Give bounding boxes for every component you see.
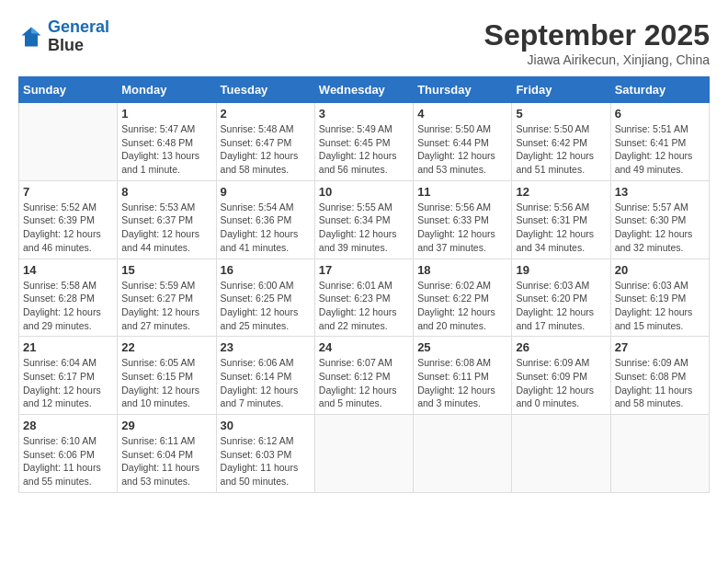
calendar-cell: 12 Sunrise: 5:56 AMSunset: 6:31 PMDaylig…	[512, 180, 610, 259]
day-number: 19	[516, 263, 606, 277]
weekday-header: Friday	[512, 77, 610, 103]
calendar-cell: 13 Sunrise: 5:57 AMSunset: 6:30 PMDaylig…	[610, 180, 709, 259]
logo-icon	[18, 24, 44, 50]
day-info: Sunrise: 5:51 AMSunset: 6:41 PMDaylight:…	[615, 122, 705, 177]
weekday-header: Monday	[118, 77, 216, 103]
day-info: Sunrise: 6:09 AMSunset: 6:09 PMDaylight:…	[516, 356, 606, 410]
day-number: 30	[221, 419, 311, 432]
day-number: 17	[319, 263, 409, 277]
logo-line2: Blue	[48, 37, 109, 55]
day-info: Sunrise: 5:55 AMSunset: 6:34 PMDaylight:…	[319, 201, 409, 255]
day-info: Sunrise: 5:56 AMSunset: 6:33 PMDaylight:…	[417, 201, 507, 255]
weekday-header: Tuesday	[216, 77, 314, 103]
day-number: 24	[319, 340, 409, 354]
day-number: 23	[221, 340, 311, 354]
day-number: 28	[23, 419, 113, 432]
day-number: 4	[417, 107, 507, 121]
calendar-cell: 1 Sunrise: 5:47 AMSunset: 6:48 PMDayligh…	[118, 103, 216, 181]
calendar-cell: 5 Sunrise: 5:50 AMSunset: 6:42 PMDayligh…	[512, 103, 610, 181]
calendar-cell: 24 Sunrise: 6:07 AMSunset: 6:12 PMDaylig…	[314, 337, 413, 415]
day-info: Sunrise: 6:03 AMSunset: 6:19 PMDaylight:…	[615, 279, 705, 333]
calendar-cell: 23 Sunrise: 6:06 AMSunset: 6:14 PMDaylig…	[216, 337, 314, 415]
day-number: 5	[516, 107, 606, 121]
calendar-week-row: 28 Sunrise: 6:10 AMSunset: 6:06 PMDaylig…	[19, 415, 710, 493]
day-info: Sunrise: 5:59 AMSunset: 6:27 PMDaylight:…	[121, 279, 211, 333]
day-info: Sunrise: 6:01 AMSunset: 6:23 PMDaylight:…	[319, 279, 409, 333]
calendar-week-row: 14 Sunrise: 5:58 AMSunset: 6:28 PMDaylig…	[19, 259, 710, 337]
calendar-cell: 16 Sunrise: 6:00 AMSunset: 6:25 PMDaylig…	[216, 259, 314, 337]
day-info: Sunrise: 5:50 AMSunset: 6:42 PMDaylight:…	[516, 122, 606, 177]
day-info: Sunrise: 6:11 AMSunset: 6:04 PMDaylight:…	[121, 434, 211, 488]
day-number: 25	[417, 340, 507, 354]
calendar-cell: 20 Sunrise: 6:03 AMSunset: 6:19 PMDaylig…	[610, 259, 709, 337]
calendar-cell: 26 Sunrise: 6:09 AMSunset: 6:09 PMDaylig…	[512, 337, 610, 415]
day-number: 1	[121, 107, 211, 121]
day-info: Sunrise: 5:52 AMSunset: 6:39 PMDaylight:…	[23, 201, 113, 255]
day-number: 3	[319, 107, 409, 121]
day-info: Sunrise: 6:00 AMSunset: 6:25 PMDaylight:…	[221, 279, 311, 333]
calendar-cell: 30 Sunrise: 6:12 AMSunset: 6:03 PMDaylig…	[216, 415, 314, 493]
day-info: Sunrise: 6:04 AMSunset: 6:17 PMDaylight:…	[23, 356, 113, 410]
day-info: Sunrise: 5:56 AMSunset: 6:31 PMDaylight:…	[516, 201, 606, 255]
day-number: 12	[516, 185, 606, 199]
day-info: Sunrise: 6:03 AMSunset: 6:20 PMDaylight:…	[516, 279, 606, 333]
day-number: 27	[615, 340, 705, 354]
calendar-cell: 19 Sunrise: 6:03 AMSunset: 6:20 PMDaylig…	[512, 259, 610, 337]
calendar-cell	[414, 415, 512, 493]
calendar-cell: 14 Sunrise: 5:58 AMSunset: 6:28 PMDaylig…	[19, 259, 118, 337]
calendar-cell: 4 Sunrise: 5:50 AMSunset: 6:44 PMDayligh…	[414, 103, 512, 181]
calendar-cell: 8 Sunrise: 5:53 AMSunset: 6:37 PMDayligh…	[118, 180, 216, 259]
day-number: 20	[615, 263, 705, 277]
day-info: Sunrise: 6:12 AMSunset: 6:03 PMDaylight:…	[221, 434, 311, 488]
calendar-cell	[19, 103, 118, 181]
calendar-cell: 18 Sunrise: 6:02 AMSunset: 6:22 PMDaylig…	[414, 259, 512, 337]
day-number: 29	[121, 419, 211, 432]
calendar-cell	[314, 415, 413, 493]
calendar-week-row: 21 Sunrise: 6:04 AMSunset: 6:17 PMDaylig…	[19, 337, 710, 415]
day-info: Sunrise: 5:47 AMSunset: 6:48 PMDaylight:…	[121, 122, 211, 177]
day-number: 6	[615, 107, 705, 121]
title-block: September 2025 Jiawa Airikecun, Xinjiang…	[484, 18, 710, 67]
day-number: 22	[121, 340, 211, 354]
calendar-week-row: 7 Sunrise: 5:52 AMSunset: 6:39 PMDayligh…	[19, 180, 710, 259]
calendar-cell: 17 Sunrise: 6:01 AMSunset: 6:23 PMDaylig…	[314, 259, 413, 337]
day-info: Sunrise: 5:53 AMSunset: 6:37 PMDaylight:…	[121, 201, 211, 255]
day-info: Sunrise: 6:09 AMSunset: 6:08 PMDaylight:…	[615, 356, 705, 410]
weekday-header: Thursday	[414, 77, 512, 103]
day-number: 18	[417, 263, 507, 277]
calendar-cell: 22 Sunrise: 6:05 AMSunset: 6:15 PMDaylig…	[118, 337, 216, 415]
day-number: 2	[221, 107, 311, 121]
calendar-cell	[610, 415, 709, 493]
calendar-cell: 15 Sunrise: 5:59 AMSunset: 6:27 PMDaylig…	[118, 259, 216, 337]
day-info: Sunrise: 6:07 AMSunset: 6:12 PMDaylight:…	[319, 356, 409, 410]
calendar-cell: 25 Sunrise: 6:08 AMSunset: 6:11 PMDaylig…	[414, 337, 512, 415]
calendar-cell: 28 Sunrise: 6:10 AMSunset: 6:06 PMDaylig…	[19, 415, 118, 493]
day-number: 7	[23, 185, 113, 199]
calendar-cell: 27 Sunrise: 6:09 AMSunset: 6:08 PMDaylig…	[610, 337, 709, 415]
day-number: 16	[221, 263, 311, 277]
day-number: 9	[221, 185, 311, 199]
day-info: Sunrise: 6:05 AMSunset: 6:15 PMDaylight:…	[121, 356, 211, 410]
calendar-cell: 9 Sunrise: 5:54 AMSunset: 6:36 PMDayligh…	[216, 180, 314, 259]
calendar-cell: 10 Sunrise: 5:55 AMSunset: 6:34 PMDaylig…	[314, 180, 413, 259]
location: Jiawa Airikecun, Xinjiang, China	[484, 52, 710, 67]
calendar-cell: 7 Sunrise: 5:52 AMSunset: 6:39 PMDayligh…	[19, 180, 118, 259]
day-number: 13	[615, 185, 705, 199]
day-info: Sunrise: 6:06 AMSunset: 6:14 PMDaylight:…	[221, 356, 311, 410]
day-number: 15	[121, 263, 211, 277]
month-title: September 2025	[484, 18, 710, 52]
calendar-cell: 3 Sunrise: 5:49 AMSunset: 6:45 PMDayligh…	[314, 103, 413, 181]
page-header: General Blue September 2025 Jiawa Airike…	[18, 18, 710, 67]
calendar-cell	[512, 415, 610, 493]
day-number: 10	[319, 185, 409, 199]
calendar-cell: 21 Sunrise: 6:04 AMSunset: 6:17 PMDaylig…	[19, 337, 118, 415]
weekday-header: Saturday	[610, 77, 709, 103]
day-info: Sunrise: 6:02 AMSunset: 6:22 PMDaylight:…	[417, 279, 507, 333]
day-number: 11	[417, 185, 507, 199]
day-info: Sunrise: 6:08 AMSunset: 6:11 PMDaylight:…	[417, 356, 507, 410]
day-info: Sunrise: 6:10 AMSunset: 6:06 PMDaylight:…	[23, 434, 113, 488]
day-info: Sunrise: 5:49 AMSunset: 6:45 PMDaylight:…	[319, 122, 409, 177]
calendar-table: SundayMondayTuesdayWednesdayThursdayFrid…	[18, 76, 710, 493]
day-number: 21	[23, 340, 113, 354]
day-info: Sunrise: 5:54 AMSunset: 6:36 PMDaylight:…	[221, 201, 311, 255]
